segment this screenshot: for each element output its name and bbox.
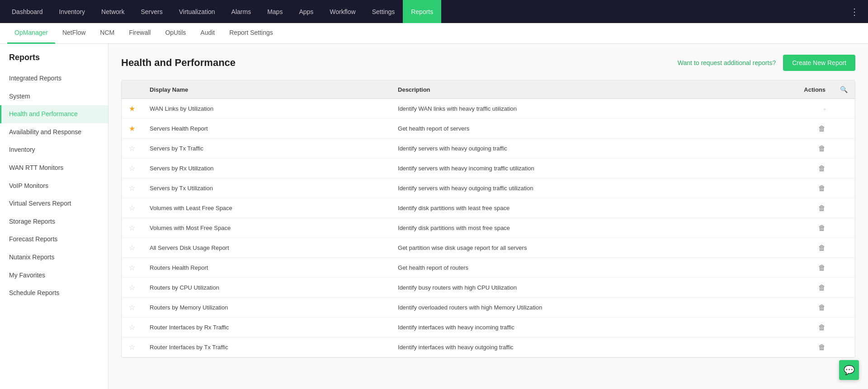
delete-icon[interactable]: 🗑 [818, 204, 826, 212]
delete-icon[interactable]: 🗑 [818, 264, 826, 272]
create-new-report-button[interactable]: Create New Report [783, 55, 855, 71]
delete-icon[interactable]: 🗑 [818, 284, 826, 291]
report-actions-cell[interactable]: 🗑 [797, 119, 833, 139]
report-actions-cell[interactable]: 🗑 [797, 139, 833, 159]
report-description-cell: Identify servers with heavy outgoing tra… [391, 178, 797, 198]
star-empty-icon[interactable]: ☆ [129, 264, 135, 272]
delete-icon[interactable]: 🗑 [818, 323, 826, 331]
sub-nav-item-report-settings[interactable]: Report Settings [222, 23, 280, 44]
sidebar-item-schedule-reports[interactable]: Schedule Reports [0, 284, 108, 302]
sidebar-item-inventory[interactable]: Inventory [0, 141, 108, 159]
report-name-cell: WAN Links by Utilization [142, 99, 391, 119]
table-row: ☆Volumes with Least Free SpaceIdentify d… [122, 198, 855, 218]
sub-nav-item-netflow[interactable]: NetFlow [55, 23, 93, 44]
search-icon[interactable]: 🔍 [840, 86, 848, 93]
sidebar-item-voip-monitors[interactable]: VoIP Monitors [0, 177, 108, 195]
request-reports-link[interactable]: Want to request additional reports? [678, 59, 776, 66]
sidebar-item-health-and-performance[interactable]: Health and Performance [0, 105, 108, 123]
report-actions-cell[interactable]: 🗑 [797, 278, 833, 298]
star-cell-12[interactable]: ☆ [122, 337, 142, 357]
sub-nav-item-firewall[interactable]: Firewall [122, 23, 158, 44]
sidebar-item-virtual-servers-report[interactable]: Virtual Servers Report [0, 195, 108, 213]
delete-icon[interactable]: 🗑 [818, 244, 826, 252]
search-col-cell [833, 258, 855, 278]
top-nav-item-alarms[interactable]: Alarms [223, 0, 259, 23]
star-cell-10[interactable]: ☆ [122, 298, 142, 318]
search-column-header[interactable]: 🔍 [833, 80, 855, 99]
report-description-cell: Identify disk partitions with least free… [391, 198, 797, 218]
star-empty-icon[interactable]: ☆ [129, 184, 135, 192]
report-actions-cell[interactable]: 🗑 [797, 198, 833, 218]
top-nav-item-network[interactable]: Network [93, 0, 132, 23]
delete-icon[interactable]: 🗑 [818, 125, 826, 132]
star-cell-5[interactable]: ☆ [122, 198, 142, 218]
star-cell-2[interactable]: ☆ [122, 139, 142, 159]
sidebar-item-integrated-reports[interactable]: Integrated Reports [0, 70, 108, 88]
star-empty-icon[interactable]: ☆ [129, 304, 135, 311]
report-actions-cell[interactable]: 🗑 [797, 298, 833, 318]
report-actions-cell[interactable]: 🗑 [797, 159, 833, 178]
star-empty-icon[interactable]: ☆ [129, 284, 135, 291]
top-nav-item-settings[interactable]: Settings [364, 0, 403, 23]
star-empty-icon[interactable]: ☆ [129, 145, 135, 152]
report-actions-cell[interactable]: 🗑 [797, 258, 833, 278]
star-cell-1[interactable]: ★ [122, 119, 142, 139]
search-col-cell [833, 218, 855, 238]
star-cell-11[interactable]: ☆ [122, 318, 142, 337]
star-empty-icon[interactable]: ☆ [129, 244, 135, 252]
report-actions-cell[interactable]: 🗑 [797, 178, 833, 198]
star-empty-icon[interactable]: ☆ [129, 164, 135, 172]
top-nav-item-apps[interactable]: Apps [291, 0, 321, 23]
sidebar-item-storage-reports[interactable]: Storage Reports [0, 213, 108, 231]
report-name-cell: Volumes with Most Free Space [142, 218, 391, 238]
top-nav-item-maps[interactable]: Maps [259, 0, 291, 23]
sidebar-item-availability-and-response[interactable]: Availability and Response [0, 123, 108, 141]
table-body: ★WAN Links by UtilizationIdentify WAN li… [122, 99, 855, 357]
more-options-icon[interactable]: ⋮ [844, 6, 864, 17]
sidebar-item-wan-rtt-monitors[interactable]: WAN RTT Monitors [0, 159, 108, 177]
sidebar-item-system[interactable]: System [0, 88, 108, 106]
delete-icon[interactable]: 🗑 [818, 145, 826, 152]
report-actions-cell[interactable]: 🗑 [797, 318, 833, 337]
delete-icon[interactable]: 🗑 [818, 164, 826, 172]
top-nav-item-inventory[interactable]: Inventory [51, 0, 94, 23]
star-cell-4[interactable]: ☆ [122, 178, 142, 198]
star-filled-icon[interactable]: ★ [129, 105, 135, 112]
table-row: ☆Routers by CPU UtilizationIdentify busy… [122, 278, 855, 298]
top-nav-item-reports[interactable]: Reports [403, 0, 441, 23]
sub-nav-item-opmanager[interactable]: OpManager [7, 23, 55, 44]
star-empty-icon[interactable]: ☆ [129, 323, 135, 331]
star-empty-icon[interactable]: ☆ [129, 204, 135, 212]
star-cell-3[interactable]: ☆ [122, 159, 142, 178]
search-col-cell [833, 178, 855, 198]
report-actions-cell[interactable]: 🗑 [797, 337, 833, 357]
report-actions-cell[interactable]: 🗑 [797, 238, 833, 258]
delete-icon[interactable]: 🗑 [818, 343, 826, 351]
sidebar-item-my-favorites[interactable]: My Favorites [0, 267, 108, 285]
top-nav-item-dashboard[interactable]: Dashboard [4, 0, 51, 23]
star-filled-icon[interactable]: ★ [129, 125, 135, 132]
report-name-cell: Routers by CPU Utilization [142, 278, 391, 298]
sidebar-item-forecast-reports[interactable]: Forecast Reports [0, 230, 108, 248]
star-cell-6[interactable]: ☆ [122, 218, 142, 238]
delete-icon[interactable]: 🗑 [818, 304, 826, 311]
delete-icon[interactable]: 🗑 [818, 224, 826, 232]
star-cell-0[interactable]: ★ [122, 99, 142, 119]
top-nav-item-virtualization[interactable]: Virtualization [171, 0, 223, 23]
star-empty-icon[interactable]: ☆ [129, 343, 135, 351]
report-name-cell: Routers by Memory Utilization [142, 298, 391, 318]
chat-button[interactable]: 💬 [839, 360, 859, 380]
star-cell-7[interactable]: ☆ [122, 238, 142, 258]
top-nav-item-workflow[interactable]: Workflow [321, 0, 363, 23]
top-nav-item-servers[interactable]: Servers [132, 0, 170, 23]
report-actions-cell[interactable]: 🗑 [797, 218, 833, 238]
sidebar-item-nutanix-reports[interactable]: Nutanix Reports [0, 248, 108, 267]
sub-nav-item-ncm[interactable]: NCM [93, 23, 122, 44]
delete-icon[interactable]: 🗑 [818, 184, 826, 192]
star-cell-8[interactable]: ☆ [122, 258, 142, 278]
sub-nav-item-oputils[interactable]: OpUtils [158, 23, 193, 44]
sub-nav-item-audit[interactable]: Audit [193, 23, 222, 44]
star-empty-icon[interactable]: ☆ [129, 224, 135, 232]
report-name-cell: Router Interfaces by Tx Traffic [142, 337, 391, 357]
star-cell-9[interactable]: ☆ [122, 278, 142, 298]
